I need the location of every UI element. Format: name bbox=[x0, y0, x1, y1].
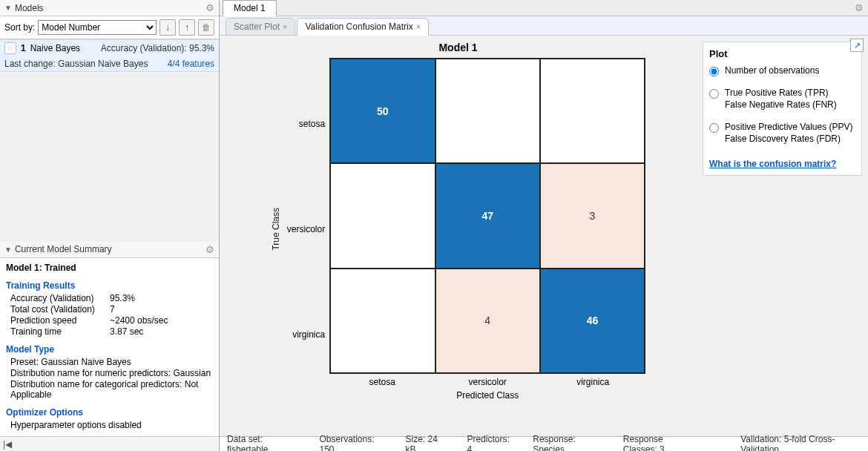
status-predictors: Predictors: 4 bbox=[467, 434, 512, 452]
cell: 46 bbox=[540, 269, 645, 373]
cell: 3 bbox=[540, 163, 645, 268]
optimizer-line: Hyperparameter options disabled bbox=[6, 420, 213, 430]
cell: 47 bbox=[435, 163, 540, 268]
gear-icon[interactable]: ⚙ bbox=[206, 244, 214, 255]
sort-desc-button[interactable]: ↓ bbox=[160, 19, 176, 36]
gear-icon[interactable]: ⚙ bbox=[855, 2, 864, 13]
preset-line: Preset: Gaussian Naive Bayes bbox=[6, 357, 213, 367]
sort-asc-button[interactable]: ↑ bbox=[179, 19, 195, 36]
status-validation: Validation: 5-fold Cross-Validation bbox=[740, 434, 861, 452]
tab-scatter-plot[interactable]: Scatter Plot × bbox=[226, 18, 295, 36]
radio-input[interactable] bbox=[709, 89, 719, 99]
dist-categorical-line: Distribution name for categorical predic… bbox=[6, 379, 213, 400]
cell: 4 bbox=[435, 269, 540, 373]
time-label: Training time bbox=[6, 326, 110, 337]
tab-label: Scatter Plot bbox=[234, 22, 280, 32]
cell bbox=[330, 163, 435, 268]
accuracy-label: Accuracy (Validation) bbox=[6, 293, 110, 303]
radio-input[interactable] bbox=[709, 123, 719, 133]
accuracy-value: 95.3% bbox=[110, 293, 135, 303]
gear-icon[interactable]: ⚙ bbox=[206, 2, 214, 13]
model-features: 4/4 features bbox=[168, 59, 214, 69]
sort-label: Sort by: bbox=[4, 22, 35, 33]
training-results-title: Training Results bbox=[6, 280, 213, 291]
radio-input[interactable] bbox=[709, 67, 719, 76]
status-classes: Response Classes: 3 bbox=[623, 434, 699, 452]
model-tab[interactable]: Model 1 bbox=[223, 0, 277, 16]
sort-select[interactable]: Model Number bbox=[38, 20, 157, 35]
favorite-star-icon[interactable]: ☆ bbox=[4, 42, 16, 54]
summary-panel-header: ▼ Current Model Summary ⚙ bbox=[0, 242, 219, 258]
model-list-item[interactable]: ☆ 1 Naive Bayes Accuracy (Validation): 9… bbox=[0, 39, 219, 72]
time-value: 3.87 sec bbox=[110, 326, 143, 337]
model-last-change: Last change: Gaussian Naive Bayes bbox=[4, 59, 168, 69]
speed-label: Prediction speed bbox=[6, 315, 110, 326]
popout-icon[interactable]: ↗ bbox=[850, 39, 864, 52]
confusion-matrix: 50 47 3 4 46 bbox=[329, 58, 645, 374]
tab-label: Validation Confusion Matrix bbox=[305, 22, 412, 32]
status-observations: Observations: 150 bbox=[319, 434, 384, 452]
collapse-icon[interactable]: ▼ bbox=[4, 246, 12, 254]
model-name: Naive Bayes bbox=[30, 43, 96, 53]
models-panel-title: Models bbox=[15, 3, 206, 13]
cell: 50 bbox=[330, 59, 435, 163]
radio-number-observations[interactable]: Number of observations bbox=[709, 65, 855, 77]
speed-value: ~2400 obs/sec bbox=[110, 315, 168, 326]
dist-numeric-line: Distribution name for numeric predictors… bbox=[6, 368, 213, 378]
status-bar: Data set: fishertable Observations: 150 … bbox=[220, 436, 868, 451]
y-ticks: setosa versicolor virginica bbox=[287, 71, 325, 387]
help-link[interactable]: What is the confusion matrix? bbox=[709, 159, 836, 169]
collapse-icon[interactable]: ▼ bbox=[4, 4, 12, 12]
cost-label: Total cost (Validation) bbox=[6, 304, 110, 315]
close-icon[interactable]: × bbox=[416, 22, 421, 31]
tab-confusion-matrix[interactable]: Validation Confusion Matrix × bbox=[297, 18, 429, 36]
chart-title: Model 1 bbox=[438, 42, 477, 53]
left-bottom-bar: |◀ bbox=[0, 436, 219, 451]
plot-panel-title: Plot bbox=[709, 48, 855, 59]
sub-tabs: Scatter Plot × Validation Confusion Matr… bbox=[220, 16, 868, 36]
status-dataset: Data set: fishertable bbox=[227, 434, 298, 452]
model-tabs: Model 1 ⚙ bbox=[220, 0, 868, 16]
y-axis-label: True Class bbox=[271, 208, 281, 251]
collapse-left-icon[interactable]: |◀ bbox=[3, 439, 12, 450]
x-ticks: setosa versicolor virginica bbox=[329, 377, 645, 387]
cost-value: 7 bbox=[110, 304, 115, 315]
model-number: 1 bbox=[21, 43, 26, 53]
plot-options-panel: Plot Number of observations True Positiv… bbox=[703, 42, 862, 176]
status-response: Response: Species bbox=[533, 434, 602, 452]
models-empty-area bbox=[0, 72, 219, 242]
radio-tpr-fnr[interactable]: True Positive Rates (TPR) False Negative… bbox=[709, 88, 855, 111]
cell bbox=[435, 59, 540, 163]
chart-zone: Model 1 True Class setosa versicolor vir… bbox=[220, 36, 697, 436]
sort-row: Sort by: Model Number ↓ ↑ 🗑 bbox=[0, 16, 219, 39]
cell bbox=[540, 59, 645, 163]
delete-button[interactable]: 🗑 bbox=[198, 19, 214, 36]
model-accuracy: Accuracy (Validation): 95.3% bbox=[101, 43, 214, 53]
summary-panel-title: Current Model Summary bbox=[15, 244, 206, 254]
status-size: Size: 24 kB bbox=[406, 434, 447, 452]
summary-body: Model 1: Trained Training Results Accura… bbox=[0, 258, 219, 437]
cell bbox=[330, 269, 435, 373]
x-axis-label: Predicted Class bbox=[329, 390, 645, 401]
summary-heading: Model 1: Trained bbox=[6, 263, 213, 273]
optimizer-title: Optimizer Options bbox=[6, 407, 213, 418]
models-panel-header: ▼ Models ⚙ bbox=[0, 0, 219, 16]
close-icon[interactable]: × bbox=[283, 22, 287, 31]
radio-ppv-fdr[interactable]: Positive Predictive Values (PPV) False D… bbox=[709, 122, 855, 145]
model-type-title: Model Type bbox=[6, 344, 213, 355]
